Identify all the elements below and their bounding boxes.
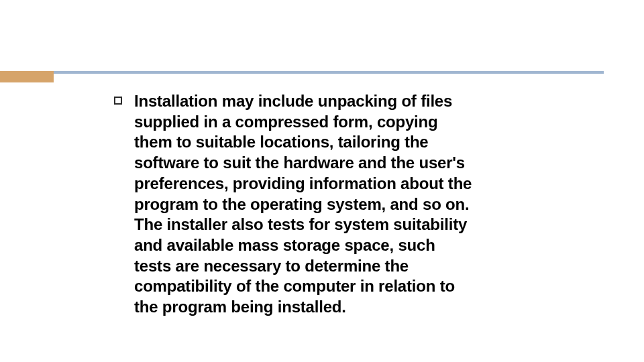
list-item: Installation may include unpacking of fi… [114,91,476,318]
slide: Installation may include unpacking of fi… [0,0,644,362]
square-bullet-icon [114,97,122,105]
content-block: Installation may include unpacking of fi… [114,91,476,318]
accent-bar [0,71,54,82]
paragraph-text: Installation may include unpacking of fi… [134,91,476,318]
horizontal-rule [54,71,604,74]
